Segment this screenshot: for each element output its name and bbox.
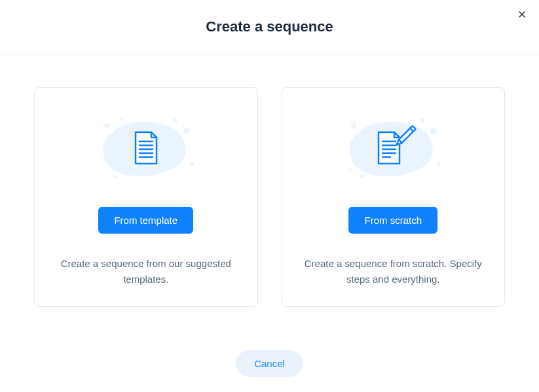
svg-point-8 [102, 167, 105, 169]
close-icon [517, 9, 527, 22]
svg-point-15 [367, 118, 369, 120]
svg-point-17 [430, 128, 437, 134]
cancel-button[interactable]: Cancel [236, 350, 303, 377]
scratch-description: Create a sequence from scratch. Specify … [302, 256, 485, 287]
scratch-illustration [327, 106, 458, 191]
svg-point-6 [190, 162, 194, 166]
svg-point-18 [437, 162, 441, 166]
from-scratch-button[interactable]: From scratch [348, 207, 437, 234]
svg-point-7 [113, 175, 117, 179]
cards-container: From template Create a sequence from our… [0, 54, 539, 327]
card-from-scratch: From scratch Create a sequence from scra… [282, 87, 506, 307]
modal-header: Create a sequence [0, 0, 539, 54]
svg-point-19 [360, 175, 363, 179]
svg-point-14 [351, 123, 356, 128]
svg-point-2 [104, 123, 109, 128]
svg-point-3 [120, 118, 122, 120]
svg-point-4 [174, 118, 177, 122]
close-button[interactable] [515, 9, 529, 22]
card-from-template: From template Create a sequence from our… [34, 87, 258, 307]
modal-footer: Cancel [0, 350, 539, 377]
svg-point-20 [349, 167, 352, 169]
svg-point-16 [420, 118, 424, 122]
from-template-button[interactable]: From template [98, 207, 193, 234]
modal-title: Create a sequence [0, 18, 539, 35]
template-illustration [81, 106, 212, 191]
svg-point-5 [183, 128, 190, 134]
template-description: Create a sequence from our suggested tem… [54, 256, 238, 287]
